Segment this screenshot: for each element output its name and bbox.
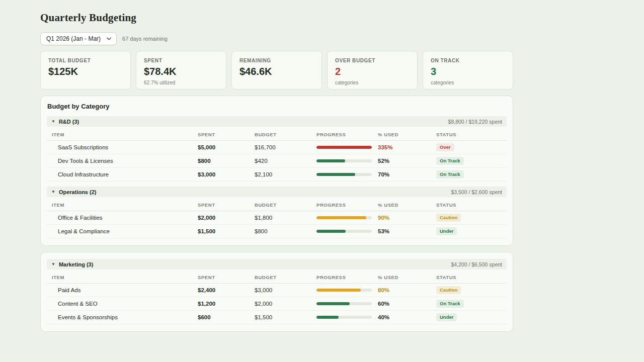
item-name: Events & Sponsorships [47,314,198,320]
panels: Budget by Category ▼ R&D (3) $8,800 / $1… [40,96,513,332]
stat-value: 2 [335,66,410,77]
budget-page: Quarterly Budgeting Q1 2026 (Jan - Mar) … [40,0,513,332]
collapse-triangle-icon: ▼ [51,190,55,194]
progress-fill [316,159,345,162]
percent-used: 80% [378,287,436,293]
status-badge: On Track [436,300,464,308]
stat-value: 3 [431,66,505,77]
stat-label: ON TRACK [431,58,505,63]
stat-label: SPENT [144,58,218,63]
progress-bar [316,289,372,292]
column-header: SPENT [198,132,255,137]
percent-used: 335% [378,144,436,150]
column-header: STATUS [436,275,507,280]
column-header-row: ITEMSPENTBUDGETPROGRESS% USEDSTATUS [47,199,507,211]
spent-value: $1,200 [198,301,255,307]
percent-used: 70% [378,171,436,177]
group-summary: $8,800 / $19,220 spent [448,119,502,125]
column-header: ITEM [47,275,198,280]
period-select[interactable]: Q1 2026 (Jan - Mar) [40,32,117,45]
spent-value: $800 [198,158,255,164]
column-header: % USED [378,132,436,137]
group-header[interactable]: ▼ R&D (3) $8,800 / $19,220 spent [47,116,507,127]
stat-card: ON TRACK 3 categories [423,51,513,89]
column-header: BUDGET [255,275,316,280]
percent-used: 52% [378,158,436,164]
table-row: SaaS Subscriptions $5,000 $16,700 335% O… [47,141,507,154]
item-name: SaaS Subscriptions [47,144,198,150]
status-badge: On Track [436,170,464,178]
progress-fill [316,216,366,219]
budget-value: $2,000 [255,301,316,307]
group-header[interactable]: ▼ Marketing (3) $4,200 / $6,500 spent [47,259,507,269]
item-name: Cloud Infrastructure [47,171,198,177]
column-header: PROGRESS [316,275,378,280]
progress-bar [316,146,372,149]
column-header-row: ITEMSPENTBUDGETPROGRESS% USEDSTATUS [47,271,507,284]
column-header: % USED [378,275,436,280]
percent-used: 60% [378,301,436,307]
budget-value: $420 [255,158,316,164]
table-row: Cloud Infrastructure $3,000 $2,100 70% O… [47,168,507,182]
category-group: ▼ Marketing (3) $4,200 / $6,500 spent IT… [47,259,507,324]
table-row: Office & Facilities $2,000 $1,800 90% Ca… [47,211,507,225]
item-name: Content & SEO [47,301,198,307]
progress-bar [316,173,372,176]
column-header-row: ITEMSPENTBUDGETPROGRESS% USEDSTATUS [47,128,507,141]
chevron-down-icon [107,37,111,40]
group-name: Marketing (3) [59,261,93,267]
stat-sub: categories [431,80,505,85]
stat-label: OVER BUDGET [335,58,410,63]
days-remaining: 67 days remaining [122,36,168,42]
table-row: Content & SEO $1,200 $2,000 60% On Track [47,297,507,311]
controls-row: Q1 2026 (Jan - Mar) 67 days remaining [40,32,513,45]
stat-card: TOTAL BUDGET $125K [40,51,131,89]
column-header: STATUS [436,132,507,137]
column-header: PROGRESS [316,202,378,208]
group-header[interactable]: ▼ Operations (2) $3,500 / $2,600 spent [47,187,507,197]
stat-label: TOTAL BUDGET [48,58,123,63]
panel-title: Budget by Category [47,103,507,110]
group-rows: Paid Ads $2,400 $3,000 80% Caution Conte… [47,284,507,324]
spent-value: $3,000 [198,171,255,177]
stat-value: $46.6K [239,66,314,77]
collapse-triangle-icon: ▼ [51,262,55,266]
status-badge: Under [436,227,457,235]
column-header: BUDGET [255,202,316,208]
progress-fill [316,316,339,319]
table-row: Paid Ads $2,400 $3,000 80% Caution [47,284,507,297]
group-name: R&D (3) [59,119,79,125]
group-rows: Office & Facilities $2,000 $1,800 90% Ca… [47,211,507,238]
table-row: Events & Sponsorships $600 $1,500 40% Un… [47,311,507,324]
group-summary: $4,200 / $6,500 spent [451,261,502,267]
budget-value: $3,000 [255,287,316,293]
spent-value: $1,500 [198,228,255,234]
stat-sub: categories [335,80,410,85]
column-header: ITEM [47,202,198,208]
progress-fill [316,230,346,233]
progress-fill [316,146,372,149]
group-rows: SaaS Subscriptions $5,000 $16,700 335% O… [47,141,507,182]
budget-panel: ▼ Marketing (3) $4,200 / $6,500 spent IT… [40,252,513,332]
stats-row: TOTAL BUDGET $125K SPENT $78.4K 62.7% ut… [40,51,513,89]
category-group: ▼ R&D (3) $8,800 / $19,220 spent ITEMSPE… [47,116,507,182]
progress-bar [316,316,372,319]
column-header: % USED [378,202,436,208]
status-badge: On Track [436,157,464,165]
progress-bar [316,216,372,219]
period-select-value: Q1 2026 (Jan - Mar) [46,35,101,42]
table-row: Dev Tools & Licenses $800 $420 52% On Tr… [47,154,507,168]
spent-value: $2,400 [198,287,255,293]
category-group: ▼ Operations (2) $3,500 / $2,600 spent I… [47,187,507,238]
stat-sub: 62.7% utilized [144,80,218,85]
column-header: SPENT [198,275,255,280]
budget-value: $800 [255,228,316,234]
stat-card: SPENT $78.4K 62.7% utilized [136,51,226,89]
progress-bar [316,159,372,162]
budget-value: $2,100 [255,171,316,177]
status-badge: Caution [436,286,461,294]
percent-used: 53% [378,228,436,234]
spent-value: $2,000 [198,215,255,221]
budget-value: $1,500 [255,314,316,320]
percent-used: 40% [378,314,436,320]
